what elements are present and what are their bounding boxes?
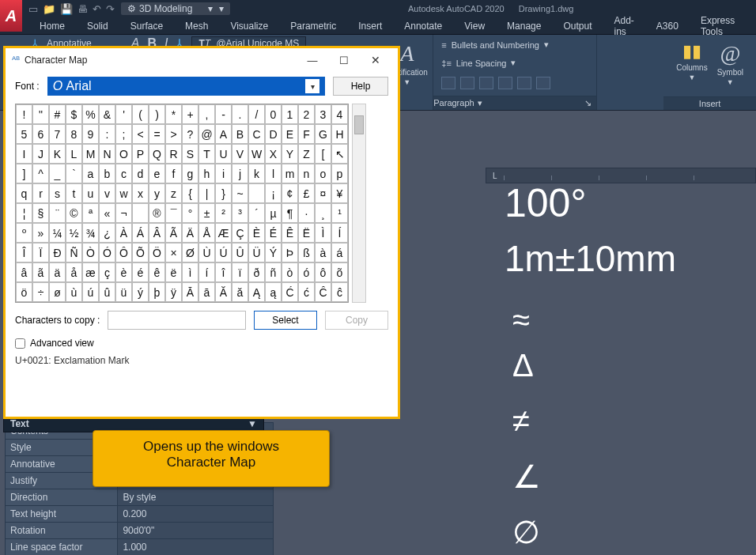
char-cell[interactable]: Z	[298, 144, 315, 164]
char-cell[interactable]: @	[198, 124, 215, 144]
qat-new-icon[interactable]: ▭	[28, 3, 38, 15]
char-cell[interactable]: t	[66, 183, 82, 203]
menu-tab-view[interactable]: View	[456, 19, 493, 33]
align-center-button[interactable]	[460, 77, 474, 89]
char-cell[interactable]: H	[331, 124, 348, 144]
property-row[interactable]: Text height0.200	[6, 506, 274, 523]
align-left-button[interactable]	[441, 77, 455, 89]
char-cell[interactable]: h	[198, 164, 215, 183]
char-cell[interactable]: p	[331, 164, 348, 183]
char-cell[interactable]: I	[16, 144, 32, 164]
char-cell[interactable]: ­	[132, 203, 149, 223]
char-cell[interactable]: X	[265, 144, 282, 164]
char-cell[interactable]: ¦	[16, 203, 32, 223]
char-cell[interactable]: F	[298, 124, 315, 144]
char-cell[interactable]: T	[198, 144, 215, 164]
char-cell[interactable]: ĉ	[331, 282, 348, 302]
char-cell[interactable]: ª	[82, 203, 99, 223]
char-cell[interactable]: 8	[66, 124, 82, 144]
char-cell[interactable]: y	[149, 183, 165, 203]
char-cell[interactable]: ¨	[49, 203, 66, 223]
char-cell[interactable]: É	[265, 223, 282, 243]
char-cell[interactable]: è	[115, 262, 132, 282]
menu-tab-home[interactable]: Home	[32, 19, 73, 33]
char-cell[interactable]: J	[32, 144, 49, 164]
property-value[interactable]: 90d0'0"	[118, 523, 274, 539]
char-cell[interactable]: m	[282, 164, 298, 183]
grid-scrollbar[interactable]	[352, 104, 366, 303]
character-grid[interactable]: !"#$%&'()*+,-./0123456789:;<=>?@ABCDEFGH…	[15, 104, 349, 303]
char-cell[interactable]: 3	[315, 104, 331, 124]
char-cell[interactable]: ÿ	[165, 282, 182, 302]
menu-tab-insert[interactable]: Insert	[350, 19, 390, 33]
char-cell[interactable]: ±	[198, 203, 215, 223]
char-cell[interactable]: µ	[265, 203, 282, 223]
char-cell[interactable]: ÷	[32, 282, 49, 302]
char-cell[interactable]: [	[315, 144, 331, 164]
char-cell[interactable]: ×	[165, 243, 182, 262]
char-cell[interactable]: ë	[165, 262, 182, 282]
maximize-button[interactable]: ☐	[328, 51, 360, 70]
char-cell[interactable]: ¾	[82, 223, 99, 243]
symbol-approx[interactable]: ≈	[512, 302, 530, 338]
copy-button[interactable]: Copy	[325, 311, 388, 330]
char-cell[interactable]: ¥	[331, 183, 348, 203]
advanced-view-checkbox[interactable]	[15, 338, 25, 349]
char-cell[interactable]: â	[16, 262, 32, 282]
char-cell[interactable]: Ă	[215, 282, 232, 302]
char-cell[interactable]: Ê	[282, 223, 298, 243]
char-cell[interactable]: e	[149, 164, 165, 183]
char-cell[interactable]: ^	[32, 164, 49, 183]
menu-tab-manage[interactable]: Manage	[499, 19, 549, 33]
char-cell[interactable]: Í	[331, 223, 348, 243]
char-cell[interactable]: æ	[82, 262, 99, 282]
property-row[interactable]: DirectionBy style	[6, 489, 274, 506]
property-row[interactable]: Rotation90d0'0"	[6, 523, 274, 539]
app-logo[interactable]: A	[0, 0, 22, 32]
char-cell[interactable]: ·	[298, 203, 315, 223]
char-cell[interactable]: ã	[32, 262, 49, 282]
char-cell[interactable]: È	[248, 223, 265, 243]
char-cell[interactable]: 4	[331, 104, 348, 124]
char-cell[interactable]: o	[315, 164, 331, 183]
char-cell[interactable]: «	[99, 203, 115, 223]
char-cell[interactable]: ¼	[49, 223, 66, 243]
char-cell[interactable]: þ	[149, 282, 165, 302]
char-cell[interactable]: °	[182, 203, 198, 223]
align-right-button[interactable]	[479, 77, 493, 89]
char-cell[interactable]: ~	[232, 183, 248, 203]
char-cell[interactable]: ý	[132, 282, 149, 302]
close-button[interactable]: ✕	[360, 51, 391, 70]
char-cell[interactable]: Ï	[32, 243, 49, 262]
char-cell[interactable]: é	[132, 262, 149, 282]
property-row[interactable]: Line space factor1.000	[6, 539, 274, 556]
char-cell[interactable]: $	[66, 104, 82, 124]
char-cell[interactable]: V	[232, 144, 248, 164]
char-cell[interactable]: ï	[232, 262, 248, 282]
char-cell[interactable]: ß	[298, 243, 315, 262]
minimize-button[interactable]: —	[297, 51, 328, 70]
char-cell[interactable]: í	[198, 262, 215, 282]
char-cell[interactable]: ®	[149, 203, 165, 223]
align-distribute-button[interactable]	[517, 77, 531, 89]
char-cell[interactable]: &	[99, 104, 115, 124]
char-cell[interactable]: ą	[265, 282, 282, 302]
menu-tab-parametric[interactable]: Parametric	[282, 19, 344, 33]
drawing-text-degrees[interactable]: 100°	[505, 180, 586, 226]
drawing-text-tolerance[interactable]: 1m±10mm	[505, 237, 676, 280]
char-cell[interactable]: u	[82, 183, 99, 203]
char-cell[interactable]: K	[49, 144, 66, 164]
char-cell[interactable]: î	[215, 262, 232, 282]
property-value[interactable]: 0.200	[118, 506, 274, 523]
qat-undo-icon[interactable]: ↶	[93, 3, 101, 15]
char-cell[interactable]: ¢	[282, 183, 298, 203]
char-cell[interactable]: À	[115, 223, 132, 243]
char-cell[interactable]: f	[165, 164, 182, 183]
char-cell[interactable]: +	[182, 104, 198, 124]
char-cell[interactable]: 7	[49, 124, 66, 144]
char-cell[interactable]: i	[215, 164, 232, 183]
char-cell[interactable]: ù	[66, 282, 82, 302]
char-cell[interactable]: %	[82, 104, 99, 124]
menu-tab-surface[interactable]: Surface	[123, 19, 171, 33]
char-cell[interactable]: £	[298, 183, 315, 203]
